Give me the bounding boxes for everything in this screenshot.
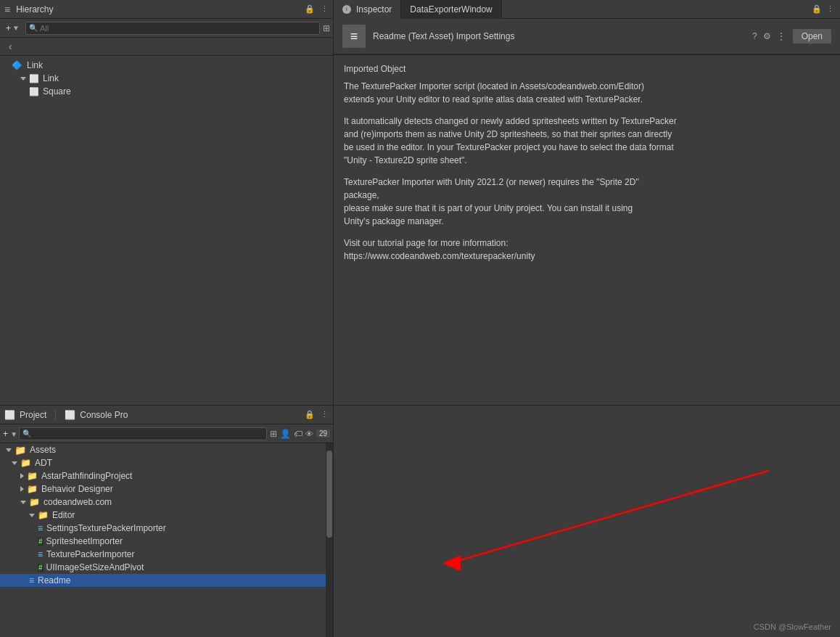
hierarchy-toolbar: + ▼ 🔍 ⊞ (0, 19, 333, 38)
folder-icon-adt: 📁 (20, 458, 31, 468)
folder-icon-astar: 📁 (27, 471, 38, 481)
hierarchy-panel-header: ≡ Hierarchy 🔒 ⋮ (0, 0, 333, 19)
inspector-header: ≡ Readme (Text Asset) Import Settings ? … (334, 19, 840, 54)
tab-inspector[interactable]: i Inspector (334, 0, 401, 19)
scene-icon: 🔷 (12, 60, 22, 70)
inspector-title-area: Readme (Text Asset) Import Settings (373, 31, 739, 41)
expand-editor (29, 514, 35, 517)
plus-icon: + (6, 23, 11, 33)
hierarchy-options-icon[interactable]: ⊞ (323, 23, 330, 33)
svg-marker-1 (442, 555, 461, 571)
hierarchy-content: 🔷 Link ⬜ Link ⬜ Square (0, 56, 333, 405)
folder-icon-behavior: 📁 (27, 484, 38, 494)
project-uiimage-item[interactable]: # UIImageSetSizeAndPivot (0, 561, 333, 574)
editor-label: Editor (52, 510, 75, 520)
project-eye-icon[interactable]: 👁 (305, 430, 313, 438)
console-tab-label: Console Pro (80, 410, 302, 420)
tab-data-exporter-label: DataExporterWindow (410, 4, 492, 15)
project-icon3[interactable]: 🏷 (294, 429, 302, 439)
spritesheet-label: SpritesheetImporter (46, 536, 123, 546)
console-tab-icon: ⬜ (65, 410, 75, 420)
project-toolbar: + ▼ 🔍 ⊞ 👤 🏷 👁 29 (0, 424, 333, 443)
expand-behavior (20, 486, 24, 492)
expand-assets (6, 448, 12, 452)
project-icon2[interactable]: 👤 (280, 429, 291, 439)
adt-label: ADT (35, 458, 52, 468)
project-panel-header: ⬜ Project ⬜ Console Pro 🔒 ⋮ (0, 406, 333, 424)
tab-inspector-label: Inspector (356, 4, 392, 15)
file-icon-settings: ≡ (38, 523, 43, 533)
hierarchy-square-item[interactable]: ⬜ Square (0, 85, 333, 98)
scene-link-header[interactable]: 🔷 Link (0, 59, 333, 72)
search-icon-project: 🔍 (22, 430, 31, 437)
chevron-down-project: ▼ (10, 430, 17, 438)
hierarchy-link-item[interactable]: ⬜ Link (0, 72, 333, 85)
project-search-input[interactable] (33, 430, 263, 438)
svg-line-0 (457, 471, 769, 562)
inspector-tabs-bar: i Inspector DataExporterWindow 🔒 ⋮ (334, 0, 840, 19)
project-add-button[interactable]: + ▼ (3, 429, 17, 439)
square-label: Square (43, 86, 71, 96)
project-content: 📁 Assets 📁 ADT 📁 AstarPathfindingProject… (0, 443, 333, 637)
search-icon: 🔍 (29, 24, 38, 32)
hierarchy-dots-icon[interactable]: ⋮ (321, 4, 329, 14)
hierarchy-back-bar: ‹ (0, 38, 333, 56)
inspector-more-icon[interactable]: ⋮ (777, 31, 786, 41)
behavior-label: Behavior Designer (41, 484, 113, 494)
bottom-right-panel: CSDN @SlowFeather (334, 406, 840, 637)
project-codeandweb-item[interactable]: 📁 codeandweb.com (0, 496, 333, 509)
help-icon[interactable]: ? (752, 31, 757, 41)
project-settings-item[interactable]: ≡ SettingsTexturePackerImporter (0, 522, 333, 535)
project-editor-item[interactable]: 📁 Editor (0, 509, 333, 522)
settings-icon[interactable]: ⚙ (763, 31, 771, 41)
project-texturepacker-item[interactable]: ≡ TexturePackerImporter (0, 548, 333, 561)
inspector-help-icons: ? ⚙ ⋮ (752, 31, 786, 41)
hierarchy-search-input[interactable] (40, 24, 316, 33)
hierarchy-title: Hierarchy (16, 4, 302, 15)
open-button[interactable]: Open (793, 29, 831, 44)
file-icon-texturepacker: ≡ (38, 549, 43, 559)
project-menu-icon[interactable]: ⋮ (321, 410, 329, 419)
folder-icon-assets: 📁 (15, 445, 26, 456)
file-icon-readme: ≡ (29, 575, 34, 585)
folder-icon-codeandweb: 📁 (29, 497, 40, 507)
project-panel-icon: ⬜ (4, 410, 15, 420)
project-tab-label: Project (20, 410, 56, 420)
project-search-box[interactable]: 🔍 (19, 427, 267, 440)
hierarchy-search-box[interactable]: 🔍 (25, 22, 320, 35)
project-scrollbar-thumb (326, 451, 332, 538)
hierarchy-lock-icon[interactable]: 🔒 (305, 4, 315, 14)
readme-para-1: The TexturePacker Importer script (locat… (344, 80, 830, 106)
project-behavior-item[interactable]: 📁 Behavior Designer (0, 482, 333, 496)
plus-icon-project: + (3, 429, 8, 439)
readme-text-block: The TexturePacker Importer script (locat… (344, 80, 830, 263)
link-label: Link (43, 73, 59, 83)
project-lock-icon[interactable]: 🔒 (305, 410, 315, 419)
cube-icon-link: ⬜ (29, 74, 39, 83)
hierarchy-add-button[interactable]: + ▼ (3, 22, 22, 35)
csdn-watermark: CSDN @SlowFeather (754, 622, 831, 631)
project-readme-item[interactable]: ≡ Readme (0, 574, 333, 587)
project-scrollbar[interactable] (326, 443, 333, 637)
inspector-menu-icon[interactable]: ⋮ (826, 4, 834, 14)
expand-arrow-link (20, 77, 26, 81)
red-arrow-annotation (334, 406, 840, 637)
inspector-title: Readme (Text Asset) Import Settings (373, 31, 514, 41)
readme-label: Readme (38, 575, 70, 585)
document-icon: ≡ (350, 29, 358, 44)
back-button[interactable]: ‹ (6, 41, 15, 52)
hierarchy-menu-icon[interactable]: ≡ (4, 4, 10, 15)
project-assets-item[interactable]: 📁 Assets (0, 443, 333, 456)
tab-data-exporter[interactable]: DataExporterWindow (401, 0, 501, 19)
project-icon1[interactable]: ⊞ (270, 429, 277, 439)
inspector-lock-icon[interactable]: 🔒 (812, 4, 822, 14)
astar-label: AstarPathfindingProject (41, 471, 132, 481)
uiimage-label: UIImageSetSizeAndPivot (46, 562, 144, 572)
settings-label: SettingsTexturePackerImporter (46, 523, 166, 533)
expand-adt (12, 461, 17, 465)
cs-icon-uiimage: # (38, 564, 44, 572)
project-badge: 29 (316, 430, 330, 437)
project-astar-item[interactable]: 📁 AstarPathfindingProject (0, 469, 333, 482)
project-adt-item[interactable]: 📁 ADT (0, 456, 333, 469)
project-spritesheet-item[interactable]: # SpritesheetImporter (0, 535, 333, 548)
